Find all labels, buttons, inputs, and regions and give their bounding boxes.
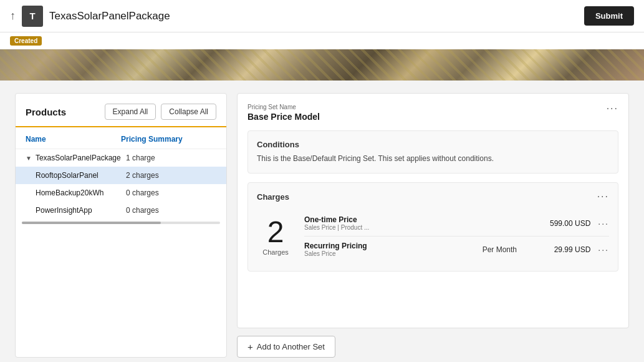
row-pricing-rooftop: 2 charges	[126, 171, 216, 180]
product-row-powerinsight[interactable]: PowerInsightApp 0 charges	[16, 202, 226, 219]
scroll-thumb	[22, 222, 161, 224]
charge-amount-onetime: 599.00 USD	[534, 219, 590, 228]
main-layout: Products Expand All Collapse All Name Pr…	[0, 81, 644, 362]
left-panel-header: Products Expand All Collapse All	[16, 104, 226, 127]
collapse-all-button[interactable]: Collapse All	[161, 104, 216, 120]
plus-icon: +	[248, 341, 253, 352]
conditions-text: This is the Base/Default Pricing Set. Th…	[257, 153, 609, 164]
charge-amount-recurring: 29.99 USD	[534, 245, 590, 254]
add-to-another-set-button[interactable]: + Add to Another Set	[237, 336, 335, 358]
charges-list: One-time Price Sales Price | Product ...…	[304, 210, 609, 262]
row-pricing-powerinsight: 0 charges	[126, 206, 216, 215]
col-name-header: Name	[26, 135, 121, 144]
scroll-indicator	[22, 222, 220, 224]
conditions-title: Conditions	[257, 140, 609, 149]
avatar: T	[22, 6, 43, 27]
product-row-homebackup[interactable]: HomeBackup20kWh 0 charges	[16, 184, 226, 202]
charge-more-recurring-icon[interactable]: ···	[598, 245, 609, 255]
charge-sub-onetime: Sales Price | Product ...	[304, 224, 474, 231]
left-panel: Products Expand All Collapse All Name Pr…	[15, 93, 227, 358]
row-name-homebackup: HomeBackup20kWh	[36, 188, 126, 197]
banner-strip	[0, 49, 644, 81]
charges-more-icon[interactable]: ···	[597, 192, 609, 202]
charge-name-onetime: One-time Price	[304, 215, 474, 224]
pricing-set-label: Pricing Set Name	[248, 104, 320, 110]
product-row-texassolar[interactable]: ▼ TexasSolarPanelPackage 1 charge	[16, 149, 226, 167]
col-pricing-header: Pricing Summary	[121, 135, 216, 144]
charges-title: Charges	[257, 192, 289, 202]
header-left: ↑ T TexasSolarPanelPackage	[10, 6, 170, 27]
row-name-texassolar: TexasSolarPanelPackage	[36, 154, 126, 162]
charge-period-recurring: Per Month	[474, 245, 524, 254]
conditions-card: Conditions This is the Base/Default Pric…	[248, 130, 618, 174]
row-name-powerinsight: PowerInsightApp	[36, 206, 126, 215]
row-name-rooftop: RooftopSolarPanel	[36, 171, 126, 180]
pricing-set-card: Pricing Set Name Base Price Model ··· Co…	[237, 93, 629, 328]
pricing-set-header: Pricing Set Name Base Price Model ···	[248, 104, 618, 122]
chevron-icon: ▼	[26, 155, 32, 162]
charge-row-onetime: One-time Price Sales Price | Product ...…	[304, 210, 609, 237]
row-pricing-texassolar: 1 charge	[126, 154, 216, 162]
charges-count-block: 2 Charges	[257, 217, 294, 256]
badge-container: Created	[0, 32, 644, 49]
pricing-set-name: Base Price Model	[248, 112, 320, 122]
products-title: Products	[26, 107, 66, 117]
expand-all-button[interactable]: Expand All	[105, 104, 156, 120]
charges-count-label: Charges	[262, 248, 289, 256]
pricing-set-info: Pricing Set Name Base Price Model	[248, 104, 320, 122]
charge-row-recurring: Recurring Pricing Sales Price Per Month …	[304, 237, 609, 262]
top-header: ↑ T TexasSolarPanelPackage Submit	[0, 0, 644, 32]
header-buttons: Expand All Collapse All	[105, 104, 216, 120]
submit-button[interactable]: Submit	[584, 6, 634, 26]
charge-info-recurring: Recurring Pricing Sales Price	[304, 242, 474, 257]
product-row-rooftop[interactable]: RooftopSolarPanel 2 charges	[16, 167, 226, 184]
created-badge: Created	[10, 36, 42, 46]
table-header: Name Pricing Summary	[16, 130, 226, 149]
charge-name-recurring: Recurring Pricing	[304, 242, 474, 250]
charge-sub-recurring: Sales Price	[304, 250, 474, 257]
charge-more-onetime-icon[interactable]: ···	[598, 218, 609, 228]
charge-info-onetime: One-time Price Sales Price | Product ...	[304, 215, 474, 231]
charges-section: Charges ··· 2 Charges One-time Price Sal…	[248, 182, 618, 272]
charges-body: 2 Charges One-time Price Sales Price | P…	[257, 210, 609, 262]
charges-header: Charges ···	[257, 192, 609, 202]
right-panel: Pricing Set Name Base Price Model ··· Co…	[237, 93, 629, 358]
add-to-set-label: Add to Another Set	[257, 342, 325, 351]
back-arrow-icon[interactable]: ↑	[10, 9, 16, 22]
pricing-set-more-icon[interactable]: ···	[607, 104, 618, 114]
page-title: TexasSolarPanelPackage	[49, 10, 170, 22]
row-pricing-homebackup: 0 charges	[126, 188, 216, 197]
charges-count-number: 2	[267, 217, 284, 247]
